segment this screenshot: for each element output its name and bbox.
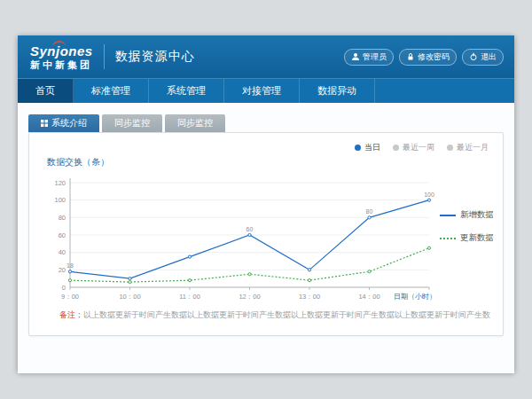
admin-label: 管理员 xyxy=(363,51,387,63)
main-content: 系统介绍 同步监控 同步监控 当日 最近一周 xyxy=(18,103,514,373)
svg-text:0: 0 xyxy=(62,284,66,292)
legend-dot xyxy=(355,145,361,151)
logout-button[interactable]: 退出 xyxy=(462,49,504,66)
logo-text-cn: 新中新集团 xyxy=(30,60,93,70)
header-divider xyxy=(104,44,105,69)
logout-label: 退出 xyxy=(481,51,497,63)
svg-text:40: 40 xyxy=(59,248,66,256)
svg-text:120: 120 xyxy=(54,179,66,187)
nav-item-data-change[interactable]: 数据异动 xyxy=(300,79,375,103)
line-sample xyxy=(440,238,456,239)
svg-text:80: 80 xyxy=(366,208,373,215)
nav-item-standard-mgmt[interactable]: 标准管理 xyxy=(74,79,149,103)
svg-text:20: 20 xyxy=(59,266,66,274)
filter-label: 最近一周 xyxy=(403,142,434,153)
tab-bar: 系统介绍 同步监控 同步监控 xyxy=(18,103,514,132)
tab-system-intro[interactable]: 系统介绍 xyxy=(28,114,99,132)
svg-text:100: 100 xyxy=(54,196,66,204)
svg-text:12：00: 12：00 xyxy=(239,293,260,301)
nav-item-system-mgmt[interactable]: 系统管理 xyxy=(149,79,224,103)
footnote: 备注：以上数据更新于时间产生数据以上数据更新于时间产生数据以上数据更新于时间产生… xyxy=(59,309,490,321)
svg-text:14：00: 14：00 xyxy=(358,293,379,301)
svg-text:10：00: 10：00 xyxy=(119,293,140,301)
app-header: Synjones 新中新集团 数据资源中心 管理员 修改密码 退出 xyxy=(18,35,514,78)
tab-sync-monitor-1[interactable]: 同步监控 xyxy=(102,114,162,132)
nav-item-home[interactable]: 首页 xyxy=(18,79,74,103)
tab-label: 系统介绍 xyxy=(51,117,87,129)
tab-label: 同步监控 xyxy=(114,117,150,129)
filter-label: 最近一月 xyxy=(457,142,489,153)
change-password-label: 修改密码 xyxy=(418,51,450,63)
main-nav: 首页 标准管理 系统管理 对接管理 数据异动 xyxy=(18,78,514,103)
user-icon xyxy=(351,52,360,61)
logout-icon xyxy=(469,52,478,61)
change-password-button[interactable]: 修改密码 xyxy=(399,49,457,66)
app-window: Synjones 新中新集团 数据资源中心 管理员 修改密码 退出 首页 标准管… xyxy=(18,35,514,372)
svg-text:11：00: 11：00 xyxy=(179,293,200,301)
svg-text:60: 60 xyxy=(246,226,254,232)
admin-button[interactable]: 管理员 xyxy=(344,49,394,66)
svg-text:日期（小时）: 日期（小时） xyxy=(394,293,436,301)
series-updated-data[interactable]: 更新数据 xyxy=(440,232,494,244)
line-chart: 0204060801001209：0010：0011：0012：0013：001… xyxy=(43,172,438,307)
filter-today[interactable]: 当日 xyxy=(355,142,380,153)
nav-item-interface-mgmt[interactable]: 对接管理 xyxy=(224,79,300,103)
legend-dot xyxy=(393,145,399,151)
grid-icon xyxy=(41,120,48,127)
brand-logo: Synjones 新中新集团 xyxy=(30,44,93,70)
time-filter-legend: 当日 最近一周 最近一月 xyxy=(355,142,489,153)
footnote-text: 以上数据更新于时间产生数据以上数据更新于时间产生数据以上数据更新于时间产生数据以… xyxy=(83,310,490,319)
svg-text:80: 80 xyxy=(59,214,66,222)
filter-last-week[interactable]: 最近一周 xyxy=(393,142,434,153)
line-sample xyxy=(440,215,456,216)
chart-panel: 当日 最近一周 最近一月 数据交换（条） 0204060801001209：00… xyxy=(28,132,504,336)
legend-dot xyxy=(447,145,453,151)
series-label: 更新数据 xyxy=(460,232,494,244)
footnote-label: 备注： xyxy=(59,310,83,319)
logo-swoosh-icon xyxy=(51,40,66,49)
tab-sync-monitor-2[interactable]: 同步监控 xyxy=(165,114,225,132)
series-new-data[interactable]: 新增数据 xyxy=(440,209,494,221)
tab-label: 同步监控 xyxy=(177,117,213,129)
header-actions: 管理员 修改密码 退出 xyxy=(344,49,504,66)
svg-text:100: 100 xyxy=(424,192,434,198)
svg-text:13：00: 13：00 xyxy=(299,293,320,301)
page-title: 数据资源中心 xyxy=(115,49,195,65)
filter-last-month[interactable]: 最近一月 xyxy=(447,142,489,153)
series-legend: 新增数据 更新数据 xyxy=(440,209,494,244)
svg-text:60: 60 xyxy=(59,231,66,239)
filter-label: 当日 xyxy=(364,142,380,153)
svg-text:9：00: 9：00 xyxy=(61,293,79,301)
y-axis-title: 数据交换（条） xyxy=(47,156,109,168)
svg-text:18: 18 xyxy=(66,262,74,269)
series-label: 新增数据 xyxy=(460,209,494,221)
lock-icon xyxy=(406,52,415,61)
